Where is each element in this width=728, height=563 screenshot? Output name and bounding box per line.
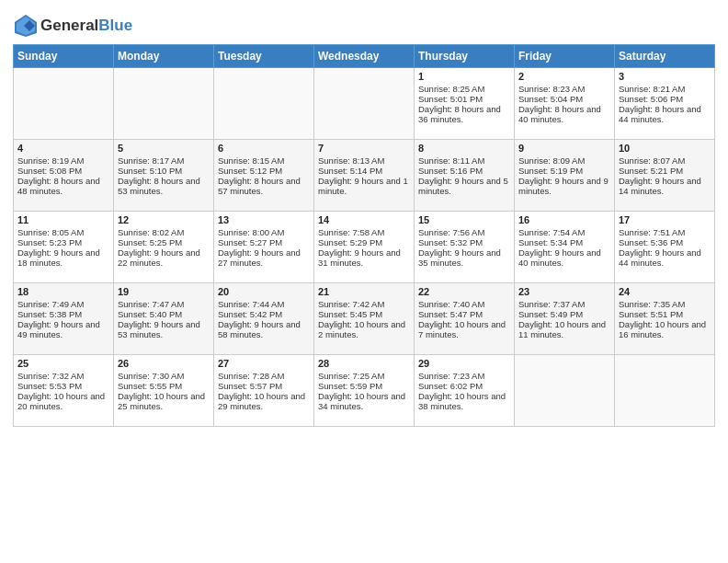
day-number: 23: [518, 286, 610, 297]
day-info: Sunrise: 7:58 AM: [318, 227, 410, 237]
day-info: Sunset: 5:27 PM: [218, 237, 310, 247]
day-info: Daylight: 9 hours and 9 minutes.: [518, 176, 610, 196]
calendar-cell: 28Sunrise: 7:25 AMSunset: 5:59 PMDayligh…: [314, 355, 415, 427]
calendar-cell: 18Sunrise: 7:49 AMSunset: 5:38 PMDayligh…: [14, 283, 114, 355]
day-info: Sunrise: 8:17 AM: [118, 155, 210, 166]
day-info: Daylight: 10 hours and 20 minutes.: [17, 391, 109, 411]
day-info: Sunset: 5:12 PM: [218, 166, 310, 176]
week-row-1: 4Sunrise: 8:19 AMSunset: 5:08 PMDaylight…: [14, 140, 715, 212]
day-info: Sunrise: 7:47 AM: [118, 299, 210, 309]
calendar-cell: 19Sunrise: 7:47 AMSunset: 5:40 PMDayligh…: [114, 283, 214, 355]
day-info: Sunrise: 7:49 AM: [17, 299, 109, 309]
day-info: Sunset: 5:40 PM: [118, 309, 210, 319]
day-info: Sunset: 5:10 PM: [118, 166, 210, 176]
week-row-0: 1Sunrise: 8:25 AMSunset: 5:01 PMDaylight…: [14, 68, 715, 140]
day-number: 16: [518, 214, 610, 225]
day-number: 12: [118, 214, 210, 225]
calendar-cell: 24Sunrise: 7:35 AMSunset: 5:51 PMDayligh…: [615, 283, 715, 355]
day-info: Daylight: 10 hours and 2 minutes.: [318, 319, 410, 339]
day-number: 25: [17, 358, 109, 369]
day-info: Sunrise: 7:28 AM: [218, 371, 310, 381]
day-info: Sunrise: 8:11 AM: [418, 155, 510, 166]
day-number: 20: [218, 286, 310, 297]
day-info: Daylight: 10 hours and 38 minutes.: [418, 391, 510, 411]
day-info: Daylight: 9 hours and 53 minutes.: [118, 319, 210, 339]
day-info: Sunrise: 7:35 AM: [619, 299, 711, 309]
day-info: Sunrise: 8:07 AM: [619, 155, 711, 166]
day-info: Sunset: 5:21 PM: [619, 166, 711, 176]
day-number: 26: [118, 358, 210, 369]
day-number: 28: [318, 358, 410, 369]
day-info: Sunrise: 8:02 AM: [118, 227, 210, 237]
day-info: Sunrise: 7:25 AM: [318, 371, 410, 381]
calendar-cell: 16Sunrise: 7:54 AMSunset: 5:34 PMDayligh…: [515, 212, 615, 283]
weekday-header-row: SundayMondayTuesdayWednesdayThursdayFrid…: [14, 45, 715, 68]
day-info: Daylight: 9 hours and 49 minutes.: [17, 319, 109, 339]
calendar-cell: 11Sunrise: 8:05 AMSunset: 5:23 PMDayligh…: [14, 212, 114, 283]
calendar-cell: 6Sunrise: 8:15 AMSunset: 5:12 PMDaylight…: [214, 140, 314, 212]
day-number: 7: [318, 143, 410, 154]
day-number: 19: [118, 286, 210, 297]
day-info: Daylight: 9 hours and 44 minutes.: [619, 247, 711, 268]
day-info: Daylight: 9 hours and 58 minutes.: [218, 319, 310, 339]
day-info: Sunrise: 8:15 AM: [218, 155, 310, 166]
day-number: 15: [418, 214, 510, 225]
day-info: Sunrise: 8:13 AM: [318, 155, 410, 166]
day-info: Sunrise: 8:19 AM: [17, 155, 109, 166]
day-info: Daylight: 8 hours and 40 minutes.: [518, 104, 610, 124]
day-info: Daylight: 10 hours and 34 minutes.: [318, 391, 410, 411]
day-info: Sunset: 5:59 PM: [318, 381, 410, 391]
day-info: Sunset: 5:45 PM: [318, 309, 410, 319]
calendar-cell: 2Sunrise: 8:23 AMSunset: 5:04 PMDaylight…: [515, 68, 615, 140]
day-info: Sunset: 5:01 PM: [418, 94, 510, 104]
day-info: Sunset: 5:53 PM: [17, 381, 109, 391]
week-row-3: 18Sunrise: 7:49 AMSunset: 5:38 PMDayligh…: [14, 283, 715, 355]
day-info: Daylight: 9 hours and 1 minute.: [318, 176, 410, 196]
calendar-cell: 3Sunrise: 8:21 AMSunset: 5:06 PMDaylight…: [615, 68, 715, 140]
day-number: 4: [17, 143, 109, 154]
day-info: Daylight: 8 hours and 53 minutes.: [118, 176, 210, 196]
calendar-cell: 4Sunrise: 8:19 AMSunset: 5:08 PMDaylight…: [14, 140, 114, 212]
calendar-cell: [114, 68, 214, 140]
day-info: Daylight: 9 hours and 22 minutes.: [118, 247, 210, 268]
day-number: 18: [17, 286, 109, 297]
day-info: Sunset: 5:19 PM: [518, 166, 610, 176]
weekday-header-wednesday: Wednesday: [314, 45, 415, 68]
day-number: 3: [619, 71, 711, 82]
calendar-cell: [515, 355, 615, 427]
day-info: Sunset: 5:29 PM: [318, 237, 410, 247]
day-info: Sunrise: 7:23 AM: [418, 371, 510, 381]
calendar-cell: 23Sunrise: 7:37 AMSunset: 5:49 PMDayligh…: [515, 283, 615, 355]
day-info: Sunrise: 7:32 AM: [17, 371, 109, 381]
day-info: Sunset: 5:08 PM: [17, 166, 109, 176]
calendar-cell: 17Sunrise: 7:51 AMSunset: 5:36 PMDayligh…: [615, 212, 715, 283]
calendar-cell: 20Sunrise: 7:44 AMSunset: 5:42 PMDayligh…: [214, 283, 314, 355]
calendar-cell: 26Sunrise: 7:30 AMSunset: 5:55 PMDayligh…: [114, 355, 214, 427]
day-info: Sunrise: 8:23 AM: [518, 84, 610, 94]
calendar-cell: 5Sunrise: 8:17 AMSunset: 5:10 PMDaylight…: [114, 140, 214, 212]
day-info: Daylight: 10 hours and 29 minutes.: [218, 391, 310, 411]
day-info: Daylight: 9 hours and 27 minutes.: [218, 247, 310, 268]
calendar-cell: 10Sunrise: 8:07 AMSunset: 5:21 PMDayligh…: [615, 140, 715, 212]
calendar-cell: 15Sunrise: 7:56 AMSunset: 5:32 PMDayligh…: [415, 212, 515, 283]
logo: GeneralBlue: [13, 13, 132, 39]
calendar-cell: 7Sunrise: 8:13 AMSunset: 5:14 PMDaylight…: [314, 140, 415, 212]
day-info: Sunset: 5:51 PM: [619, 309, 711, 319]
week-row-4: 25Sunrise: 7:32 AMSunset: 5:53 PMDayligh…: [14, 355, 715, 427]
day-number: 10: [619, 143, 711, 154]
calendar-cell: 22Sunrise: 7:40 AMSunset: 5:47 PMDayligh…: [415, 283, 515, 355]
day-info: Sunset: 5:14 PM: [318, 166, 410, 176]
calendar-cell: 1Sunrise: 8:25 AMSunset: 5:01 PMDaylight…: [415, 68, 515, 140]
day-info: Sunrise: 7:37 AM: [518, 299, 610, 309]
day-info: Sunrise: 8:00 AM: [218, 227, 310, 237]
day-number: 14: [318, 214, 410, 225]
weekday-header-thursday: Thursday: [415, 45, 515, 68]
day-info: Daylight: 9 hours and 14 minutes.: [619, 176, 711, 196]
calendar-cell: [615, 355, 715, 427]
weekday-header-sunday: Sunday: [14, 45, 114, 68]
calendar-cell: [314, 68, 415, 140]
day-info: Sunset: 5:57 PM: [218, 381, 310, 391]
header: GeneralBlue: [13, 9, 715, 39]
weekday-header-saturday: Saturday: [615, 45, 715, 68]
calendar-cell: 21Sunrise: 7:42 AMSunset: 5:45 PMDayligh…: [314, 283, 415, 355]
